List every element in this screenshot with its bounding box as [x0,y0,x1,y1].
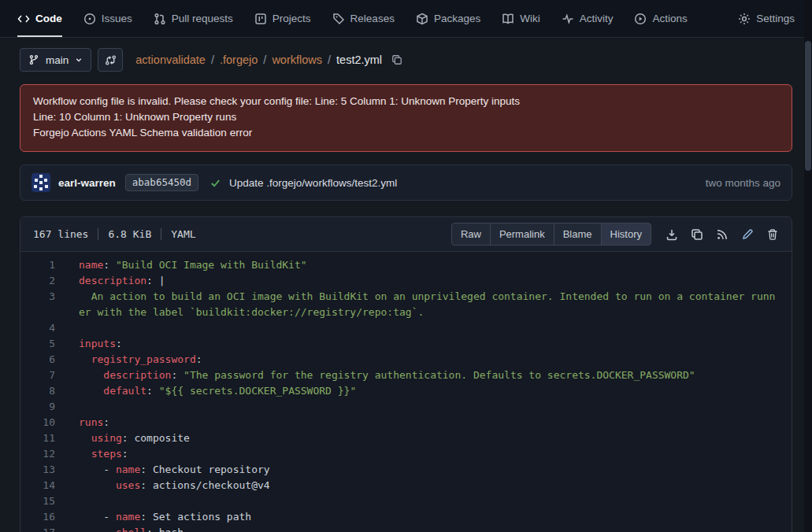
top-nav: Code Issues Pull requests Projects Relea… [0,0,812,38]
commit-hash-badge[interactable]: abab65450d [125,174,198,191]
code-line: 12 steps: [20,446,792,462]
edit-button[interactable] [741,228,754,241]
copy-content-button[interactable] [691,228,703,241]
tab-packages[interactable]: Packages [416,0,480,37]
line-number[interactable]: 17 [20,525,63,532]
commit-author[interactable]: earl-warren [58,177,116,189]
breadcrumb: actionvalidate / .forgejo / workflows / … [135,54,402,66]
code-line: 4 [20,320,792,336]
code-text: shell: bash [63,525,792,532]
line-number[interactable]: 1 [20,257,63,273]
scrollbar-thumb[interactable] [805,41,811,171]
code-text: name: "Build OCI Image with BuildKit" [63,257,792,273]
line-number[interactable]: 11 [20,430,63,446]
tab-releases[interactable]: Releases [332,0,395,37]
code-line: 7 description: "The password for the reg… [20,368,792,383]
code-text: description: "The password for the regis… [63,368,792,383]
code-text: uses: actions/checkout@v4 [63,478,792,493]
raw-button[interactable]: Raw [451,223,491,246]
line-number[interactable]: 6 [20,352,63,368]
trash-icon [766,228,779,241]
line-number[interactable]: 14 [20,478,63,493]
code-line: 10runs: [20,415,792,430]
line-number[interactable]: 7 [20,368,63,383]
git-compare-icon [105,54,117,66]
tab-activity[interactable]: Activity [562,0,614,37]
line-number[interactable]: 8 [20,383,63,399]
blame-button[interactable]: Blame [554,223,602,246]
line-number[interactable]: 15 [20,493,63,509]
error-line: Line: 10 Column 1: Unknown Property runs [33,109,779,125]
line-number[interactable]: 16 [20,509,63,525]
line-number[interactable]: 2 [20,273,63,289]
git-branch-icon [28,54,39,65]
compare-button[interactable] [98,48,123,72]
issue-opened-icon [83,13,96,25]
code-text: steps: [63,446,792,462]
avatar[interactable] [32,173,50,192]
code-text: - name: Set actions path [63,509,792,525]
code-line: 16 - name: Set actions path [20,509,792,525]
breadcrumb-repo[interactable]: actionvalidate [135,54,206,66]
code-icon [17,13,30,25]
tab-actions[interactable]: Actions [634,0,687,37]
line-number[interactable]: 12 [20,446,63,462]
line-number[interactable]: 9 [20,399,63,415]
tab-code[interactable]: Code [17,0,62,37]
tab-label: Wiki [520,13,540,24]
line-number[interactable]: 5 [20,336,63,352]
history-button[interactable]: History [601,223,651,246]
code-text [63,320,792,336]
tab-label: Issues [102,13,132,24]
play-circle-icon [634,13,647,25]
breadcrumb-separator: / [263,54,266,66]
rss-button[interactable] [716,228,729,241]
pencil-icon [741,228,754,241]
code-line: 8 default: "${{ secrets.DOCKER_PASSWORD … [20,383,792,399]
code-text [63,493,792,509]
code-line: 6 registry_password: [20,352,792,368]
error-line: Forgejo Actions YAML Schema validation e… [33,125,779,141]
tab-settings[interactable]: Settings [738,0,795,37]
pulse-icon [562,13,574,25]
permalink-button[interactable]: Permalink [490,223,554,246]
tab-pull-requests[interactable]: Pull requests [154,0,233,37]
code-line: 11 using: composite [20,430,792,446]
breadcrumb-dir-forgejo[interactable]: .forgejo [220,54,258,66]
breadcrumb-separator: / [328,54,331,66]
code-lines: 1name: "Build OCI Image with BuildKit"2d… [20,252,792,532]
line-number[interactable]: 3 [20,289,63,320]
chevron-down-icon [75,56,83,64]
branch-selector[interactable]: main [20,48,91,72]
copy-icon [391,54,402,65]
file-viewer: 167 lines 6.8 KiB YAML Raw Permalink Bla… [20,216,792,532]
copy-icon [691,228,703,241]
code-text: using: composite [63,430,792,446]
package-icon [416,13,428,25]
delete-button[interactable] [766,228,779,241]
code-line: 5inputs: [20,336,792,352]
commit-message[interactable]: Update .forgejo/workflows/test2.yml [229,177,397,189]
line-number[interactable]: 10 [20,415,63,430]
code-line: 9 [20,399,792,415]
tab-label: Pull requests [172,13,233,24]
code-line: 1name: "Build OCI Image with BuildKit" [20,257,792,273]
tab-label: Actions [652,13,687,24]
tab-wiki[interactable]: Wiki [502,0,540,37]
file-info: 167 lines 6.8 KiB YAML [33,228,196,240]
download-button[interactable] [666,228,678,241]
code-line: 17 shell: bash [20,525,792,532]
tab-projects[interactable]: Projects [254,0,311,37]
code-line: 14 uses: actions/checkout@v4 [20,478,792,493]
line-number[interactable]: 4 [20,320,63,336]
file-tool-icons [666,228,779,241]
branch-name: main [46,54,69,66]
copy-path-button[interactable] [391,54,402,65]
code-line: 3 An action to build an OCI image with B… [20,289,792,320]
tab-issues[interactable]: Issues [83,0,132,37]
file-line-count: 167 lines [33,228,88,240]
breadcrumb-dir-workflows[interactable]: workflows [272,54,322,66]
code-line: 15 [20,493,792,509]
line-number[interactable]: 13 [20,462,63,478]
scrollbar-track[interactable] [804,0,812,532]
